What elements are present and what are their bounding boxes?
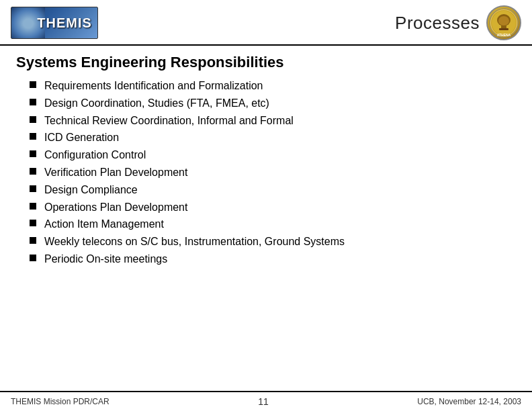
bullet-text: Requirements Identification and Formaliz… (44, 79, 263, 93)
bullet-square-icon (30, 150, 36, 157)
list-item: Verification Plan Development (30, 166, 516, 180)
svg-point-4 (498, 16, 509, 26)
svg-point-1 (490, 9, 518, 37)
bullet-square-icon (30, 168, 36, 175)
bullet-square-icon (30, 116, 36, 123)
bullet-text: Verification Plan Development (44, 166, 187, 180)
logo-area: THEMIS (11, 7, 98, 39)
bullet-text: Operations Plan Development (44, 201, 187, 215)
list-item: Periodic On-site meetings (30, 253, 516, 267)
themis-logo: THEMIS (11, 7, 98, 39)
list-item: Requirements Identification and Formaliz… (30, 79, 516, 93)
bullet-square-icon (30, 99, 36, 105)
list-item: Design Compliance (30, 183, 516, 197)
bullet-text: ICD Generation (44, 131, 119, 145)
list-item: Design Coordination, Studies (FTA, FMEA,… (30, 97, 516, 111)
bullet-text: Design Compliance (44, 183, 138, 197)
list-item: Configuration Control (30, 148, 516, 163)
footer-left: THEMIS Mission PDR/CAR (11, 397, 109, 406)
bullet-square-icon (30, 255, 36, 261)
footer-right: UCB, November 12-14, 2003 (417, 397, 521, 406)
footer: THEMIS Mission PDR/CAR 11 UCB, November … (0, 391, 532, 411)
svg-text:ATHENA: ATHENA (497, 33, 511, 37)
list-item: ICD Generation (30, 131, 516, 145)
bullet-square-icon (30, 203, 36, 210)
svg-point-3 (497, 14, 511, 26)
athena-badge: ATHENA (486, 5, 521, 40)
list-item: Operations Plan Development (30, 201, 516, 215)
main-content: Systems Engineering Responsibilities Req… (0, 46, 532, 391)
bullet-list: Requirements Identification and Formaliz… (16, 79, 516, 267)
bullet-square-icon (30, 133, 36, 140)
bullet-text: Weekly telecons on S/C bus, Instrumentat… (44, 235, 345, 249)
bullet-square-icon (30, 185, 36, 192)
slide: THEMIS Processes ATHENA Syst (0, 0, 532, 411)
slide-title: Processes (395, 13, 480, 34)
list-item: Weekly telecons on S/C bus, Instrumentat… (30, 235, 516, 249)
footer-center: 11 (258, 396, 269, 407)
header: THEMIS Processes ATHENA (0, 0, 532, 46)
section-title: Systems Engineering Responsibilities (16, 54, 516, 71)
svg-rect-5 (501, 26, 506, 29)
svg-rect-6 (499, 28, 508, 30)
bullet-square-icon (30, 81, 36, 88)
bullet-text: Configuration Control (44, 148, 146, 163)
bullet-text: Periodic On-site meetings (44, 253, 167, 267)
bullet-text: Design Coordination, Studies (FTA, FMEA,… (44, 97, 269, 111)
bullet-square-icon (30, 237, 36, 244)
bullet-square-icon (30, 220, 36, 226)
svg-point-2 (492, 11, 516, 35)
list-item: Technical Review Coordination, Informal … (30, 114, 516, 128)
bullet-text: Action Item Management (44, 218, 164, 232)
bullet-text: Technical Review Coordination, Informal … (44, 114, 294, 128)
list-item: Action Item Management (30, 218, 516, 232)
logo-text: THEMIS (37, 15, 92, 31)
